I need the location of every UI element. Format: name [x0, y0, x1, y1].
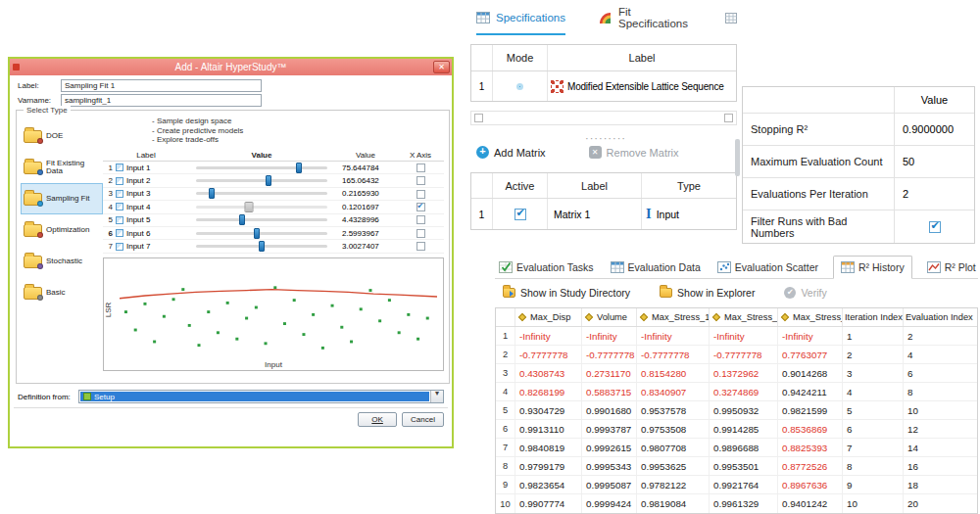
splitter-handle[interactable]: [470, 128, 741, 137]
verify-check-icon: [784, 287, 796, 299]
select-type-item[interactable]: Optimization: [21, 214, 103, 246]
tab-r2-plot[interactable]: R² Plot: [925, 257, 978, 278]
mode-radio[interactable]: [516, 83, 523, 90]
scrollbar-thumb[interactable]: [735, 139, 740, 176]
tab-evaluation-scatter[interactable]: Evaluation Scatter: [715, 257, 820, 278]
value-slider[interactable]: [196, 166, 327, 169]
slider-thumb[interactable]: [244, 202, 253, 212]
value-slider[interactable]: [196, 179, 327, 182]
input-value[interactable]: 3.0027407: [334, 242, 397, 251]
x-axis-checkbox[interactable]: [416, 190, 425, 199]
input-table-header: Label Value Value X Axis: [103, 150, 444, 162]
column-header[interactable]: Iteration Index: [842, 308, 903, 326]
input-value[interactable]: 0.2165930: [334, 189, 397, 198]
value-slider[interactable]: [196, 245, 327, 248]
scatter-plot-icon: [717, 261, 731, 273]
matrix-table-header: Active Label Type: [471, 173, 736, 199]
select-type-item[interactable]: DOE: [21, 120, 103, 152]
line-plot-icon: [927, 261, 941, 273]
varname-input[interactable]: samplingfit_1: [61, 94, 262, 107]
table-row[interactable]: 3 0.4308743 0.2731170 0.8154280 0.137296…: [496, 364, 977, 383]
lsr-plot-svg: [120, 262, 437, 352]
cancel-button[interactable]: Cancel: [402, 412, 444, 427]
input-value[interactable]: 0.1201697: [334, 203, 397, 211]
column-header[interactable]: Max_Stress_4: [777, 308, 842, 326]
chevron-down-icon[interactable]: [430, 391, 443, 402]
filter-box[interactable]: [724, 114, 733, 122]
table-row[interactable]: 5 0.9304729 0.9901680 0.9537578 0.995093…: [496, 401, 977, 420]
x-axis-checkbox[interactable]: [416, 242, 425, 251]
table-row[interactable]: 7 0.9840819 0.9992615 0.9807708 0.989668…: [496, 439, 977, 457]
value-slider[interactable]: [196, 206, 327, 209]
max-eval-count-value[interactable]: 50: [894, 146, 974, 177]
dialog-titlebar[interactable]: Add - Altair HyperStudy™: [10, 59, 452, 75]
tab-r2-history[interactable]: R² History: [833, 256, 912, 279]
value-slider[interactable]: [196, 218, 327, 221]
filter-bad-numbers-checkbox[interactable]: [929, 221, 941, 233]
input-value[interactable]: 75.644784: [334, 164, 397, 172]
app-window-icon: [13, 64, 20, 70]
remove-matrix-button[interactable]: Remove Matrix: [589, 146, 679, 159]
plot-x-label: Input: [104, 360, 443, 369]
mode-row[interactable]: 1 Modified Extensible Lattice Sequence: [471, 71, 736, 101]
tab-evaluation-data[interactable]: Evaluation Data: [609, 257, 703, 278]
table-row[interactable]: 4 0.8268199 0.5883715 0.8340907 0.327486…: [496, 383, 977, 401]
table-row[interactable]: 10 0.9907774 0.9999424 0.9819084 0.99613…: [496, 494, 977, 513]
slider-thumb[interactable]: [239, 214, 245, 225]
table-row[interactable]: 6 0.9913110 0.9993787 0.9753508 0.991428…: [496, 420, 977, 439]
slider-thumb[interactable]: [266, 175, 271, 186]
column-header[interactable]: Max_Disp: [514, 308, 581, 326]
select-type-legend: Select Type: [24, 106, 71, 115]
matrix-buttons: Add Matrix Remove Matrix: [470, 137, 741, 169]
slider-thumb[interactable]: [209, 188, 215, 199]
select-type-item[interactable]: Basic: [21, 277, 103, 308]
select-type-item[interactable]: Stochastic: [21, 246, 103, 277]
x-axis-checkbox[interactable]: [416, 203, 425, 211]
active-checkbox[interactable]: [514, 209, 526, 220]
x-axis-checkbox[interactable]: [416, 176, 425, 185]
tab-specifications[interactable]: Specifications: [476, 0, 565, 35]
evals-per-iteration-value[interactable]: 2: [894, 178, 974, 210]
add-hyperstudy-dialog: Add - Altair HyperStudy™ Label: Sampling…: [8, 57, 454, 448]
input-value[interactable]: 4.4328996: [334, 215, 397, 224]
tab-fit-specifications[interactable]: Fit Specifications: [599, 0, 692, 35]
select-type-item[interactable]: Fit Existing Data: [21, 152, 103, 183]
tab-evaluation-tasks[interactable]: Evaluation Tasks: [497, 257, 596, 278]
matrix-row[interactable]: 1 Matrix 1 I Input: [471, 199, 736, 229]
label-input[interactable]: Sampling Fit 1: [61, 79, 262, 92]
select-type-item[interactable]: Sampling Fit: [21, 183, 103, 214]
value-slider[interactable]: [196, 232, 327, 235]
column-header[interactable]: Evaluation Index: [903, 308, 977, 326]
definition-from-select[interactable]: Setup: [78, 390, 444, 403]
label-field-label: Label:: [18, 81, 61, 90]
table-row[interactable]: 1 -Infinity -Infinity -Infinity -Infinit…: [496, 327, 977, 346]
x-axis-checkbox[interactable]: [416, 229, 425, 238]
show-in-explorer-button[interactable]: Show in Explorer: [660, 287, 755, 299]
table-row[interactable]: 8 0.9799179 0.9995343 0.9953625 0.995350…: [496, 457, 977, 476]
value-slider[interactable]: [196, 192, 327, 195]
close-icon[interactable]: [433, 61, 450, 73]
filter-checkbox[interactable]: [474, 114, 483, 122]
ok-button[interactable]: OK: [358, 412, 397, 427]
column-header[interactable]: Volume: [581, 308, 636, 326]
slider-thumb[interactable]: [296, 163, 302, 173]
panel-layout-icon-button[interactable]: [725, 13, 737, 23]
table-filter-row[interactable]: [470, 111, 737, 125]
x-axis-checkbox[interactable]: [416, 215, 425, 224]
column-header[interactable]: Max_Stress_2: [709, 308, 777, 326]
show-in-study-directory-button[interactable]: Show in Study Directory: [503, 287, 630, 299]
input-value[interactable]: 165.06432: [334, 176, 397, 185]
table-row[interactable]: 9 0.9823654 0.9995087 0.9782122 0.992176…: [496, 476, 977, 494]
input-row: 5 Input 5 4.4328996: [103, 214, 444, 227]
column-header[interactable]: Max_Stress_1: [636, 308, 709, 326]
add-matrix-button[interactable]: Add Matrix: [476, 146, 546, 159]
x-axis-checkbox[interactable]: [416, 164, 425, 172]
fit-settings-table: Value Stopping R² 0.9000000 Maximum Eval…: [742, 86, 975, 244]
input-row: 6 Input 6 2.5993967: [103, 227, 444, 240]
input-value[interactable]: 2.5993967: [334, 229, 397, 238]
table-row[interactable]: 2 -0.7777778 -0.7777778 -0.7777778 -0.77…: [496, 346, 977, 364]
slider-thumb[interactable]: [259, 241, 265, 252]
verify-button[interactable]: Verify: [784, 287, 826, 299]
stopping-r2-value[interactable]: 0.9000000: [894, 114, 974, 145]
slider-thumb[interactable]: [254, 228, 260, 239]
